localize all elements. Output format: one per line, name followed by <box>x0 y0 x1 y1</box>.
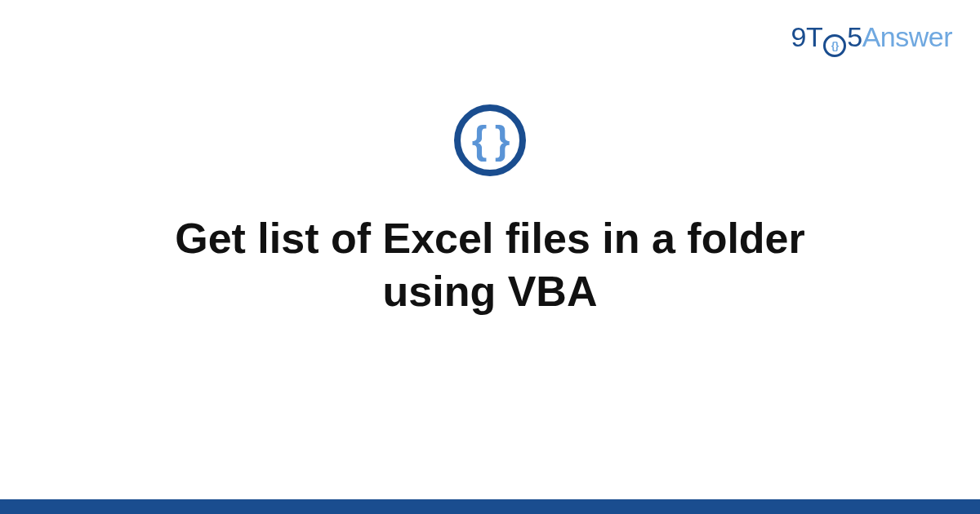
logo-ring-braces: {} <box>831 40 839 51</box>
logo-text-answer: Answer <box>862 21 952 53</box>
site-logo: 9T {} 5 Answer <box>791 21 952 55</box>
code-braces-icon: { } <box>454 104 526 176</box>
main-content: { } Get list of Excel files in a folder … <box>0 104 980 318</box>
page-title: Get list of Excel files in a folder usin… <box>82 212 898 318</box>
footer-bar <box>0 499 980 514</box>
logo-text-9t: 9T <box>791 21 823 53</box>
logo-ring-icon: {} <box>823 34 846 57</box>
logo-text-5: 5 <box>847 21 862 53</box>
braces-glyph: { } <box>472 121 509 160</box>
